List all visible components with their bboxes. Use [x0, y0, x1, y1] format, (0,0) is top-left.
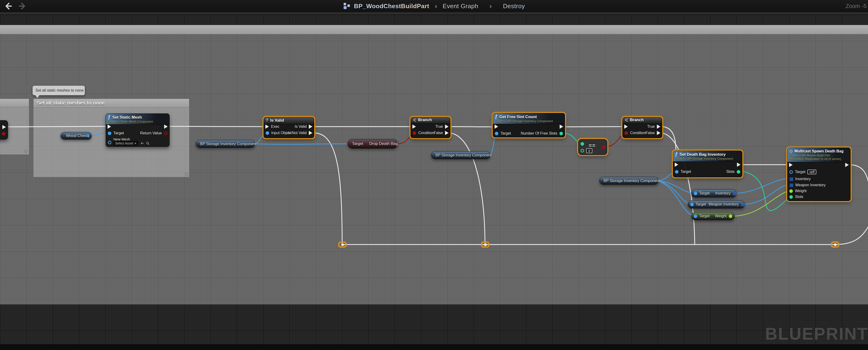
- branch-icon: [624, 118, 628, 122]
- exec-out-pin[interactable]: [845, 163, 849, 167]
- false-exec-pin[interactable]: [657, 131, 660, 135]
- input-object-pin[interactable]: [266, 131, 269, 135]
- exec-in-pin[interactable]: [789, 163, 793, 167]
- node-get-free-slot-count[interactable]: ƒ Get Free Slot Count Target is BP Stora…: [493, 113, 565, 138]
- reroute-node[interactable]: [338, 241, 347, 247]
- false-exec-pin[interactable]: [445, 131, 448, 135]
- select-asset-dropdown[interactable]: Select Asset ▾: [113, 141, 138, 146]
- equals-operator: ==: [589, 143, 596, 149]
- exec-out-pin[interactable]: [560, 124, 563, 129]
- breadcrumb-event-graph[interactable]: Event Graph: [443, 3, 478, 10]
- node-get-weapon-inventory[interactable]: Target Weapon Inventory: [688, 200, 745, 208]
- exec-in-pin[interactable]: [266, 124, 269, 129]
- breadcrumb-root[interactable]: BP_WoodChestBuildPart: [354, 3, 429, 10]
- target-pin[interactable]: [789, 170, 793, 174]
- bool-out-pin[interactable]: [602, 145, 605, 149]
- branch-icon: [413, 118, 416, 122]
- exec-out-pin[interactable]: [737, 163, 741, 167]
- target-pin[interactable]: [675, 170, 679, 174]
- true-exec-pin[interactable]: [657, 124, 660, 129]
- function-icon: ƒ: [495, 114, 497, 119]
- breadcrumb-separator: ›: [490, 2, 492, 10]
- breadcrumb-separator: ›: [435, 2, 437, 10]
- pin-label: Return Value: [140, 131, 162, 135]
- node-multicast-spawn-death-bag[interactable]: ◇ Multicast Spawn Death Bag Target is BP…: [787, 147, 850, 201]
- node-drop-death-bag[interactable]: Target Drop Death Bag: [348, 139, 398, 148]
- node-equal-int[interactable]: == 0: [578, 139, 607, 155]
- reroute-node[interactable]: [831, 241, 839, 247]
- int-out-pin[interactable]: [559, 132, 563, 135]
- node-storage-component-getter[interactable]: BP Storage Inventory Component: [599, 177, 658, 185]
- condition-pin[interactable]: [624, 131, 628, 135]
- node-set-death-bag-inventory[interactable]: ƒ Set Death Bag Inventory Target is BP S…: [673, 151, 742, 177]
- node-storage-component-getter[interactable]: BP Storage Inventory Component: [431, 151, 490, 159]
- node-header[interactable]: Branch: [411, 117, 450, 123]
- node-header[interactable]: ƒ Set Death Bag Inventory Target is BP S…: [673, 151, 742, 162]
- reroute-pin[interactable]: [484, 243, 487, 246]
- node-branch-1[interactable]: Branch True Condition False: [410, 117, 451, 138]
- float-out-pin[interactable]: [729, 214, 732, 218]
- true-exec-pin[interactable]: [445, 124, 448, 129]
- bool-pin[interactable]: [2, 132, 5, 136]
- int-value-input[interactable]: 0: [586, 148, 592, 153]
- node-get-inventory[interactable]: Target Inventory: [691, 189, 737, 197]
- exec-in-pin[interactable]: [107, 124, 111, 129]
- exec-in-pin[interactable]: [495, 124, 498, 129]
- node-branch-2[interactable]: Branch True Condition False: [622, 117, 662, 138]
- weapon-inventory-array-pin[interactable]: [790, 184, 791, 185]
- exec-in-pin[interactable]: [624, 124, 628, 129]
- node-header[interactable]: Branch: [623, 117, 662, 123]
- pin-label: Weapon Inventory: [708, 202, 739, 206]
- node-storage-component-getter[interactable]: BP Storage Inventory Component: [196, 140, 255, 148]
- target-pin[interactable]: [108, 132, 111, 135]
- int-out-pin[interactable]: [737, 170, 740, 174]
- node-is-valid[interactable]: ? Is Valid Exec Is Valid Input Object Is…: [264, 117, 314, 138]
- node-title: Get Free Slot Count: [499, 115, 537, 119]
- toolbar-shadow-strip: [0, 12, 868, 15]
- weight-pin[interactable]: [789, 189, 793, 193]
- pin-label: Inventory: [715, 191, 731, 196]
- node-header[interactable]: ƒ Set Static Mesh Target is Static Mesh …: [106, 114, 169, 124]
- node-partial-left[interactable]: [0, 120, 8, 140]
- exec-out-pin[interactable]: [164, 124, 168, 129]
- pin-label: Target: [795, 170, 805, 174]
- use-selected-icon[interactable]: [140, 142, 144, 145]
- is-not-valid-exec-pin[interactable]: [309, 131, 312, 135]
- object-out-pin[interactable]: [88, 134, 89, 138]
- node-set-static-mesh[interactable]: ƒ Set Static Mesh Target is Static Mesh …: [106, 113, 169, 147]
- is-valid-exec-pin[interactable]: [309, 124, 312, 129]
- exec-out-pin[interactable]: [2, 125, 6, 129]
- zoom-level-indicator: Zoom -5: [846, 3, 867, 9]
- node-header[interactable]: ? Is Valid: [264, 117, 314, 124]
- target-pin[interactable]: [690, 203, 694, 206]
- exec-in-pin[interactable]: [675, 163, 678, 167]
- self-reference-tag[interactable]: self: [807, 170, 816, 174]
- tooltip-pointer: [35, 95, 39, 100]
- target-pin[interactable]: [495, 132, 498, 135]
- int-in-pin-b[interactable]: [581, 149, 584, 152]
- node-get-weight[interactable]: Target Weight: [691, 212, 735, 220]
- return-value-pin[interactable]: [164, 132, 167, 135]
- function-icon: ƒ: [675, 151, 678, 157]
- condition-pin[interactable]: [413, 131, 416, 135]
- node-title: Branch: [418, 118, 432, 122]
- node-header[interactable]: ◇ Multicast Spawn Death Bag Target is BP…: [787, 148, 850, 162]
- node-wood-chest-getter[interactable]: Wood Chest: [61, 132, 92, 140]
- array-out-pin[interactable]: [733, 192, 734, 193]
- array-out-pin[interactable]: [741, 203, 742, 204]
- browse-icon[interactable]: [146, 142, 150, 145]
- reroute-pin[interactable]: [834, 243, 837, 246]
- slots-pin[interactable]: [789, 195, 793, 199]
- breadcrumb-leaf[interactable]: Destroy: [503, 3, 525, 10]
- exec-in-pin[interactable]: [412, 124, 416, 129]
- target-pin[interactable]: [694, 192, 697, 195]
- new-mesh-pin[interactable]: [108, 141, 111, 144]
- reroute-node[interactable]: [481, 241, 489, 247]
- int-in-pin-a[interactable]: [581, 142, 584, 146]
- inventory-array-pin[interactable]: [790, 178, 791, 178]
- tooltip-text: Set all static meshes to none: [35, 88, 84, 92]
- variable-label: BP Storage Inventory Component: [200, 142, 256, 146]
- node-header[interactable]: ƒ Get Free Slot Count Target is BP Stora…: [493, 113, 565, 124]
- reroute-pin[interactable]: [341, 243, 344, 246]
- target-pin[interactable]: [694, 214, 697, 218]
